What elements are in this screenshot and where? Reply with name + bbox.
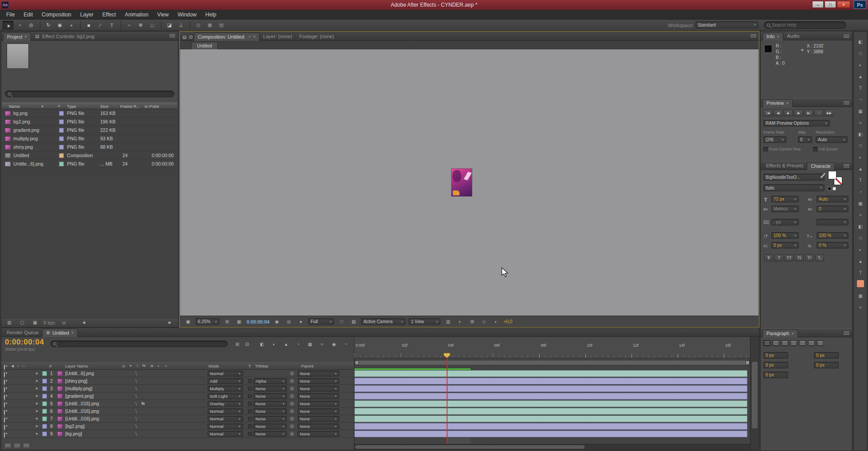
horizontal-scale-dropdown[interactable]: 100 %▼ <box>817 232 848 239</box>
chevron-down-icon[interactable]: ▼ <box>247 36 251 38</box>
new-folder-icon[interactable]: ▢ <box>18 319 27 326</box>
vertical-scale-dropdown[interactable]: 100 %▼ <box>771 232 799 239</box>
space-after-field[interactable]: 0 px <box>814 362 839 368</box>
eye-icon[interactable] <box>4 424 5 431</box>
black-swatch[interactable] <box>828 187 831 190</box>
label-chip[interactable] <box>59 162 64 166</box>
current-time-button[interactable]: 0:00:00:04 <box>247 319 269 324</box>
layer-name[interactable]: [shiny.png] <box>65 377 87 384</box>
eye-icon[interactable] <box>4 387 5 393</box>
mode-dropdown[interactable]: Normal▼ <box>208 431 243 437</box>
composition-preview[interactable] <box>452 169 472 196</box>
layer-row[interactable]: ▶ 6 [Untitl...016].png ∖ Normal▼ None▼ ◎ <box>1 407 354 415</box>
type-tool[interactable]: T <box>106 21 117 30</box>
show-snapshot-icon[interactable]: ◎ <box>284 318 293 325</box>
frame-blend-header-icon[interactable]: ⊞ <box>150 364 153 368</box>
layer-row[interactable]: ▶ 5 [Untitl...016].png ∖ fx Overlay▼ Non… <box>1 400 354 407</box>
dock-icon-1[interactable]: □ <box>856 49 865 57</box>
menu-edit[interactable]: Edit <box>19 10 37 19</box>
fx-header-icon[interactable]: fx <box>142 364 145 368</box>
layer-duration-bar[interactable] <box>354 431 747 437</box>
hide-shy-icon[interactable]: ▲ <box>282 340 291 348</box>
quality-header-icon[interactable]: ∖ <box>136 364 138 368</box>
flowchart-button-icon[interactable]: ◇ <box>479 318 488 325</box>
comp-mini-tab[interactable]: Untitled <box>191 42 218 49</box>
pick-whip-icon[interactable]: ◎ <box>290 401 294 406</box>
column-type[interactable]: Type <box>67 104 76 109</box>
menu-help[interactable]: Help <box>201 10 221 19</box>
dock-icon-0[interactable]: ◧ <box>856 38 865 46</box>
panel-menu-icon[interactable] <box>844 332 849 336</box>
indent-right-field[interactable]: 0 px <box>814 352 839 359</box>
layer-duration-bar[interactable] <box>354 385 747 392</box>
menu-view[interactable]: View <box>153 10 173 19</box>
project-item-row[interactable]: Untitled Composition 24 0:00:00:00 <box>2 151 177 160</box>
preserve-transparency-checkbox[interactable] <box>248 379 252 383</box>
layer-name[interactable]: [bg.png] <box>65 430 82 437</box>
dock-icon-13[interactable]: ◔ <box>856 188 865 196</box>
layer-row[interactable]: ▶ 2 [shiny.png] ∖ Add▼ Alpha▼ ◎ None <box>1 377 354 385</box>
layer-row[interactable]: ▶ 3 [multiply.png] ∖ Multiply▼ None▼ ◎ <box>1 385 354 392</box>
tab-paragraph[interactable]: Paragraph× <box>762 329 798 337</box>
expand-arrow-icon[interactable]: ▶ <box>36 387 38 390</box>
view-layout-dropdown[interactable]: 1 View▼ <box>408 318 440 325</box>
layer-duration-bar[interactable] <box>354 393 747 400</box>
draft-3d-icon[interactable]: ◐ <box>270 340 279 348</box>
expand-arrow-icon[interactable]: ▶ <box>36 424 38 428</box>
eye-icon[interactable] <box>4 402 5 408</box>
menu-composition[interactable]: Composition <box>37 10 76 19</box>
interpret-footage-icon[interactable]: ▥ <box>5 319 14 326</box>
motion-blur-header-icon[interactable]: ◐ <box>157 364 160 368</box>
trkmat-dropdown[interactable]: None▼ <box>253 393 287 399</box>
t-column-header[interactable]: T <box>248 364 251 368</box>
project-item-name[interactable]: bg.png <box>13 109 27 118</box>
new-composition-icon[interactable]: ▦ <box>31 319 39 326</box>
tracking-value-dropdown[interactable]: 0▼ <box>817 206 848 212</box>
hand-tool[interactable]: ◔ <box>14 21 25 30</box>
tab-preview[interactable]: Preview× <box>762 99 793 107</box>
grid-guides-icon[interactable]: ▦ <box>235 318 244 325</box>
menu-effect[interactable]: Effect <box>98 10 120 19</box>
dock-icon-4[interactable]: T <box>856 84 865 92</box>
channels-icon[interactable]: ● <box>296 318 305 325</box>
unified-camera-tool[interactable]: ◉ <box>55 21 65 30</box>
close-tab-icon[interactable]: × <box>786 101 789 106</box>
adjustment-header-icon[interactable]: ◑ <box>165 364 167 368</box>
label-chip[interactable] <box>42 424 47 429</box>
clone-stamp-tool[interactable]: ⊕ <box>135 21 146 30</box>
quality-switch[interactable]: ∖ <box>134 407 137 415</box>
dock-icon-12[interactable]: T <box>856 176 865 184</box>
next-frame-button[interactable]: |▶ <box>794 110 803 116</box>
expand-arrow-icon[interactable]: ▶ <box>36 417 38 420</box>
tab-project[interactable]: Project× <box>3 32 31 41</box>
mode-dropdown[interactable]: Normal▼ <box>208 371 243 376</box>
expand-inout-icon[interactable] <box>24 444 29 448</box>
expand-arrow-icon[interactable]: ▶ <box>36 394 38 398</box>
parent-dropdown[interactable]: None▼ <box>298 431 339 437</box>
menu-window[interactable]: Window <box>173 10 201 19</box>
bit-depth-label[interactable]: 8 bpc <box>43 320 55 325</box>
timeline-vertical-scrollbar[interactable] <box>750 337 759 450</box>
quality-switch[interactable]: ∖ <box>134 423 137 430</box>
puppet-pin-tool[interactable]: ⊥ <box>176 21 186 30</box>
layer-name[interactable]: [bg2.png] <box>65 423 85 430</box>
dock-icon-11[interactable]: ▲ <box>856 165 865 173</box>
solo-header-icon[interactable]: ○ <box>17 364 19 368</box>
eraser-tool[interactable]: □ <box>147 21 157 30</box>
panel-menu-icon[interactable] <box>844 164 849 168</box>
panel-menu-icon[interactable] <box>750 34 756 38</box>
dock-icon-19[interactable]: ▲ <box>856 257 865 265</box>
comp-flowchart-icon[interactable]: ⊟ <box>243 340 251 348</box>
graph-editor-icon[interactable]: ~ <box>342 340 350 348</box>
timeline-horizontal-scrollbar[interactable] <box>354 444 750 450</box>
pick-whip-icon[interactable]: ◎ <box>290 371 294 376</box>
dock-icon-7[interactable]: ≈ <box>856 119 865 127</box>
layer-duration-bar[interactable] <box>354 415 747 422</box>
layer-name[interactable]: [Untitl...016].png <box>65 415 99 422</box>
preview-frame-rate-dropdown[interactable]: (24)▼ <box>763 136 786 143</box>
expand-arrow-icon[interactable]: ▶ <box>36 402 38 405</box>
dock-icon-22[interactable]: ▦ <box>856 292 865 300</box>
label-chip[interactable] <box>42 416 47 421</box>
faux-bold-button[interactable]: T <box>764 254 773 261</box>
column-frame-rate[interactable]: Frame R... <box>120 104 140 109</box>
